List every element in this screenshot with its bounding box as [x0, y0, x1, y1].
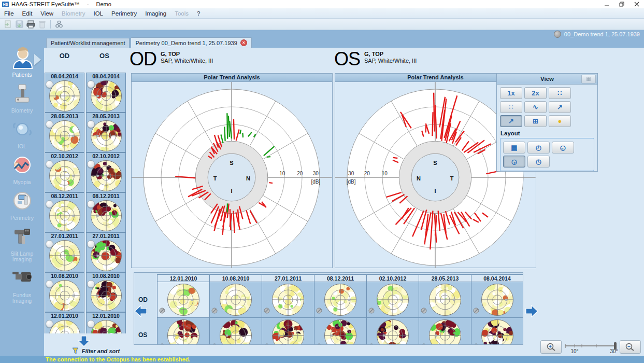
- sidebar-item-myopia[interactable]: Myopia: [0, 154, 44, 185]
- sidebar-item-iol[interactable]: IOL: [0, 118, 44, 149]
- tab-patient-worklist[interactable]: Patient/Worklist management: [46, 38, 130, 48]
- zoom-in-button[interactable]: [540, 340, 562, 354]
- exam-thumbnail-od-08.04.2014[interactable]: 08.04.2014: [45, 73, 84, 113]
- exclude-icon[interactable]: [316, 306, 322, 316]
- filmstrip-thumbnail-os-28.05.2013[interactable]: [419, 318, 471, 345]
- exclude-icon[interactable]: [368, 342, 375, 345]
- filmstrip-scroll-right-button[interactable]: [525, 305, 538, 317]
- minimize-button[interactable]: [599, 0, 614, 8]
- filmstrip-thumbnail-os-08.04.2014[interactable]: [471, 318, 523, 345]
- sidebar-item-fundus-imaging[interactable]: FundusImaging: [0, 267, 44, 304]
- menu-item-iol[interactable]: IOL: [89, 9, 107, 18]
- exclude-icon[interactable]: [421, 342, 427, 345]
- exam-select-radio[interactable]: [87, 280, 95, 288]
- layout-table-button[interactable]: ▤: [503, 142, 525, 153]
- filmstrip-thumbnail-od-27.01.2011[interactable]: [262, 282, 314, 318]
- exam-thumbnail-os-08.12.2011[interactable]: 08.12.2011: [86, 192, 126, 232]
- view-overview-alt-button[interactable]: ∷: [500, 101, 522, 113]
- sidebar-item-biometry[interactable]: Biometry: [0, 82, 44, 114]
- menu-item-edit[interactable]: Edit: [18, 9, 37, 18]
- layout-cluster-corrected-button[interactable]: ◵: [552, 142, 574, 153]
- exclude-icon[interactable]: [264, 342, 270, 345]
- view-combined-button[interactable]: ⊞: [524, 115, 547, 127]
- sidebar-item-perimetry[interactable]: Perimetry: [0, 190, 44, 221]
- tab-close-icon[interactable]: ✕: [240, 39, 247, 46]
- exam-select-radio[interactable]: [46, 160, 53, 168]
- exam-thumbnail-od-10.08.2010[interactable]: 10.08.2010: [45, 272, 84, 312]
- view-single-exam-button[interactable]: 1x: [500, 87, 522, 99]
- exclude-icon[interactable]: [159, 342, 165, 345]
- layout-cluster-button[interactable]: ◴: [527, 142, 550, 153]
- zoom-out-button[interactable]: [620, 340, 641, 354]
- view-compare-exam-button[interactable]: 2x: [524, 87, 547, 99]
- close-button[interactable]: [629, 0, 644, 8]
- filmstrip-thumbnail-od-28.05.2013[interactable]: [419, 282, 471, 318]
- view-values-button[interactable]: ∿: [524, 101, 547, 113]
- filmstrip-thumbnail-od-02.10.2012[interactable]: [366, 282, 419, 318]
- exclude-icon[interactable]: [421, 306, 427, 316]
- menu-item-view[interactable]: View: [36, 9, 58, 18]
- filmstrip-thumbnail-od-08.04.2014[interactable]: [471, 282, 523, 318]
- exam-select-radio[interactable]: [87, 80, 95, 88]
- filmstrip-thumbnail-os-10.08.2010[interactable]: [209, 318, 262, 345]
- exam-select-radio[interactable]: [46, 200, 53, 208]
- tab-perimetry-trend[interactable]: Perimetry 00_Demo trend 1, 25.07.1939✕: [131, 37, 251, 48]
- exclude-icon[interactable]: [159, 306, 165, 316]
- exam-select-radio[interactable]: [46, 80, 53, 88]
- exam-thumbnail-os-27.01.2011[interactable]: 27.01.2011: [86, 232, 126, 272]
- layout-polar-combined-button[interactable]: ◷: [527, 156, 550, 167]
- exam-select-radio[interactable]: [87, 320, 95, 328]
- filter-and-sort[interactable]: Filter and sort: [57, 347, 135, 354]
- svg-text:[dB]: [dB]: [347, 179, 356, 185]
- view-overview-button[interactable]: ∷: [549, 87, 571, 99]
- filmstrip-thumbnail-os-08.12.2011[interactable]: [314, 318, 366, 345]
- filmstrip-thumbnail-od-10.08.2010[interactable]: [209, 282, 262, 318]
- exam-thumbnail-os-08.04.2014[interactable]: 08.04.2014: [86, 73, 126, 113]
- exam-thumbnail-od-02.10.2012[interactable]: 02.10.2012: [45, 152, 84, 192]
- exclude-icon[interactable]: [368, 306, 375, 316]
- view-hint-button[interactable]: ●: [549, 115, 571, 127]
- layout-polar-button[interactable]: ◶: [503, 156, 525, 167]
- exam-select-radio[interactable]: [46, 120, 53, 128]
- menu-item-perimetry[interactable]: Perimetry: [107, 9, 141, 18]
- exam-select-radio[interactable]: [87, 120, 95, 128]
- sidebar-expander-icon[interactable]: [34, 54, 41, 65]
- menu-item-[interactable]: ?: [193, 9, 204, 18]
- exam-thumbnail-os-28.05.2013[interactable]: 28.05.2013: [86, 113, 126, 152]
- exam-thumbnail-od-08.12.2011[interactable]: 08.12.2011: [45, 192, 84, 232]
- exam-select-radio[interactable]: [46, 240, 53, 248]
- view-polar-trend-button[interactable]: ↗: [500, 115, 522, 127]
- connection-button[interactable]: [53, 20, 65, 29]
- report-button[interactable]: ▦: [581, 75, 596, 83]
- filmstrip-thumbnail-os-02.10.2012[interactable]: [366, 318, 419, 345]
- restore-button[interactable]: [614, 0, 629, 8]
- exam-select-radio[interactable]: [87, 200, 95, 208]
- print-button[interactable]: [25, 20, 36, 29]
- filmstrip-thumbnail-os-12.01.2010[interactable]: [157, 318, 209, 345]
- exclude-icon[interactable]: [264, 306, 270, 316]
- menu-item-file[interactable]: File: [0, 9, 18, 18]
- exam-thumbnail-os-10.08.2010[interactable]: 10.08.2010: [86, 272, 126, 312]
- view-trend-button[interactable]: ↗: [549, 101, 571, 113]
- zoom-slider[interactable]: 10° 30°: [563, 339, 618, 355]
- exam-thumbnail-od-12.01.2010[interactable]: 12.01.2010: [45, 312, 84, 333]
- exclude-icon[interactable]: [316, 342, 322, 345]
- exclude-icon[interactable]: [211, 306, 218, 316]
- exam-thumbnail-os-02.10.2012[interactable]: 02.10.2012: [86, 152, 126, 192]
- filmstrip-scroll-left-button[interactable]: [134, 305, 148, 317]
- exam-thumbnail-od-27.01.2011[interactable]: 27.01.2011: [45, 232, 84, 272]
- filmstrip-thumbnail-od-08.12.2011[interactable]: [314, 282, 366, 318]
- filmstrip-thumbnail-os-27.01.2011[interactable]: [262, 318, 314, 345]
- filmstrip-thumbnail-od-12.01.2010[interactable]: [157, 282, 209, 318]
- exclude-icon[interactable]: [473, 342, 479, 345]
- exam-select-radio[interactable]: [87, 240, 95, 248]
- sidebar-item-slit-lamp-imaging[interactable]: Slit LampImaging: [0, 226, 44, 262]
- menu-item-imaging[interactable]: Imaging: [141, 9, 170, 18]
- exam-select-radio[interactable]: [87, 160, 95, 168]
- exam-thumbnail-od-28.05.2013[interactable]: 28.05.2013: [45, 113, 84, 152]
- exclude-icon[interactable]: [473, 306, 479, 316]
- exam-thumbnail-os-12.01.2010[interactable]: 12.01.2010: [86, 312, 126, 333]
- exam-select-radio[interactable]: [46, 280, 53, 288]
- exclude-icon[interactable]: [211, 342, 218, 345]
- exam-select-radio[interactable]: [46, 320, 53, 328]
